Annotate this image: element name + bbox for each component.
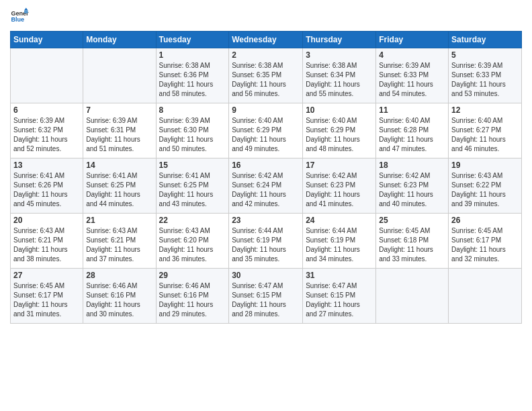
day-info: Sunrise: 6:38 AM Sunset: 6:34 PM Dayligh…	[306, 61, 373, 99]
day-cell: 8Sunrise: 6:39 AM Sunset: 6:30 PM Daylig…	[156, 103, 229, 158]
day-cell: 29Sunrise: 6:46 AM Sunset: 6:16 PM Dayli…	[156, 269, 229, 324]
day-info: Sunrise: 6:45 AM Sunset: 6:17 PM Dayligh…	[451, 226, 519, 264]
day-cell: 19Sunrise: 6:43 AM Sunset: 6:22 PM Dayli…	[449, 158, 522, 214]
day-info: Sunrise: 6:43 AM Sunset: 6:21 PM Dayligh…	[13, 226, 80, 264]
day-cell	[11, 48, 83, 103]
weekday-header-monday: Monday	[83, 32, 156, 48]
day-number: 26	[451, 216, 519, 225]
day-cell: 30Sunrise: 6:47 AM Sunset: 6:15 PM Dayli…	[229, 269, 303, 324]
calendar-table: SundayMondayTuesdayWednesdayThursdayFrid…	[10, 31, 522, 324]
day-number: 2	[232, 50, 300, 60]
day-info: Sunrise: 6:43 AM Sunset: 6:21 PM Dayligh…	[86, 226, 152, 264]
day-cell: 24Sunrise: 6:44 AM Sunset: 6:19 PM Dayli…	[303, 214, 376, 269]
day-info: Sunrise: 6:41 AM Sunset: 6:25 PM Dayligh…	[86, 171, 152, 209]
week-row-2: 6Sunrise: 6:39 AM Sunset: 6:32 PM Daylig…	[11, 103, 522, 158]
logo: General Blue	[10, 7, 29, 26]
day-number: 18	[379, 161, 445, 170]
day-cell: 26Sunrise: 6:45 AM Sunset: 6:17 PM Dayli…	[449, 214, 522, 269]
day-number: 12	[451, 105, 519, 115]
day-info: Sunrise: 6:40 AM Sunset: 6:29 PM Dayligh…	[232, 116, 300, 154]
day-info: Sunrise: 6:44 AM Sunset: 6:19 PM Dayligh…	[232, 226, 300, 264]
day-number: 30	[232, 271, 300, 280]
day-cell: 23Sunrise: 6:44 AM Sunset: 6:19 PM Dayli…	[229, 214, 303, 269]
day-info: Sunrise: 6:42 AM Sunset: 6:24 PM Dayligh…	[232, 171, 300, 209]
day-number: 24	[306, 216, 373, 225]
day-info: Sunrise: 6:45 AM Sunset: 6:17 PM Dayligh…	[13, 281, 80, 319]
day-cell: 7Sunrise: 6:39 AM Sunset: 6:31 PM Daylig…	[83, 103, 156, 158]
day-cell: 28Sunrise: 6:46 AM Sunset: 6:16 PM Dayli…	[83, 269, 156, 324]
day-info: Sunrise: 6:39 AM Sunset: 6:30 PM Dayligh…	[159, 116, 226, 154]
day-info: Sunrise: 6:41 AM Sunset: 6:26 PM Dayligh…	[13, 171, 80, 209]
svg-marker-2	[24, 7, 28, 10]
day-cell: 10Sunrise: 6:40 AM Sunset: 6:29 PM Dayli…	[303, 103, 376, 158]
day-info: Sunrise: 6:43 AM Sunset: 6:22 PM Dayligh…	[451, 171, 519, 209]
day-cell: 14Sunrise: 6:41 AM Sunset: 6:25 PM Dayli…	[83, 158, 156, 214]
week-row-5: 27Sunrise: 6:45 AM Sunset: 6:17 PM Dayli…	[11, 269, 522, 324]
day-number: 4	[379, 50, 445, 60]
day-cell: 12Sunrise: 6:40 AM Sunset: 6:27 PM Dayli…	[449, 103, 522, 158]
day-cell: 4Sunrise: 6:39 AM Sunset: 6:33 PM Daylig…	[376, 48, 449, 103]
day-info: Sunrise: 6:38 AM Sunset: 6:36 PM Dayligh…	[159, 61, 226, 99]
week-row-3: 13Sunrise: 6:41 AM Sunset: 6:26 PM Dayli…	[11, 158, 522, 214]
day-info: Sunrise: 6:39 AM Sunset: 6:32 PM Dayligh…	[13, 116, 80, 154]
day-number: 21	[86, 216, 152, 225]
day-cell: 25Sunrise: 6:45 AM Sunset: 6:18 PM Dayli…	[376, 214, 449, 269]
day-info: Sunrise: 6:41 AM Sunset: 6:25 PM Dayligh…	[159, 171, 226, 209]
day-cell: 1Sunrise: 6:38 AM Sunset: 6:36 PM Daylig…	[156, 48, 229, 103]
day-cell: 5Sunrise: 6:39 AM Sunset: 6:33 PM Daylig…	[449, 48, 522, 103]
weekday-header-tuesday: Tuesday	[156, 32, 229, 48]
day-number: 17	[306, 161, 373, 170]
day-number: 5	[451, 50, 519, 60]
day-cell: 31Sunrise: 6:47 AM Sunset: 6:15 PM Dayli…	[303, 269, 376, 324]
day-number: 9	[232, 105, 300, 115]
day-info: Sunrise: 6:43 AM Sunset: 6:20 PM Dayligh…	[159, 226, 226, 264]
day-number: 3	[306, 50, 373, 60]
day-info: Sunrise: 6:46 AM Sunset: 6:16 PM Dayligh…	[159, 281, 226, 319]
day-cell: 22Sunrise: 6:43 AM Sunset: 6:20 PM Dayli…	[156, 214, 229, 269]
day-number: 31	[306, 271, 373, 280]
day-number: 20	[13, 216, 80, 225]
weekday-header-saturday: Saturday	[449, 32, 522, 48]
day-info: Sunrise: 6:42 AM Sunset: 6:23 PM Dayligh…	[379, 171, 445, 209]
day-cell: 17Sunrise: 6:42 AM Sunset: 6:23 PM Dayli…	[303, 158, 376, 214]
day-number: 28	[86, 271, 152, 280]
weekday-header-thursday: Thursday	[303, 32, 376, 48]
day-number: 6	[13, 105, 80, 115]
day-info: Sunrise: 6:39 AM Sunset: 6:33 PM Dayligh…	[379, 61, 445, 99]
day-info: Sunrise: 6:47 AM Sunset: 6:15 PM Dayligh…	[306, 281, 373, 319]
calendar-page: General Blue SundayMondayTuesdayWednesda…	[0, 0, 532, 411]
day-number: 8	[159, 105, 226, 115]
day-number: 25	[379, 216, 445, 225]
day-number: 23	[232, 216, 300, 225]
day-number: 22	[159, 216, 226, 225]
day-info: Sunrise: 6:40 AM Sunset: 6:29 PM Dayligh…	[306, 116, 373, 154]
week-row-1: 1Sunrise: 6:38 AM Sunset: 6:36 PM Daylig…	[11, 48, 522, 103]
day-cell: 13Sunrise: 6:41 AM Sunset: 6:26 PM Dayli…	[11, 158, 83, 214]
day-info: Sunrise: 6:39 AM Sunset: 6:31 PM Dayligh…	[86, 116, 152, 154]
weekday-header-sunday: Sunday	[11, 32, 83, 48]
header: General Blue	[10, 7, 522, 26]
weekday-header-wednesday: Wednesday	[229, 32, 303, 48]
day-cell: 21Sunrise: 6:43 AM Sunset: 6:21 PM Dayli…	[83, 214, 156, 269]
day-info: Sunrise: 6:38 AM Sunset: 6:35 PM Dayligh…	[232, 61, 300, 99]
week-row-4: 20Sunrise: 6:43 AM Sunset: 6:21 PM Dayli…	[11, 214, 522, 269]
day-info: Sunrise: 6:47 AM Sunset: 6:15 PM Dayligh…	[232, 281, 300, 319]
day-cell: 20Sunrise: 6:43 AM Sunset: 6:21 PM Dayli…	[11, 214, 83, 269]
day-number: 27	[13, 271, 80, 280]
day-number: 11	[379, 105, 445, 115]
day-number: 29	[159, 271, 226, 280]
day-number: 14	[86, 161, 152, 170]
day-cell: 3Sunrise: 6:38 AM Sunset: 6:34 PM Daylig…	[303, 48, 376, 103]
day-cell: 11Sunrise: 6:40 AM Sunset: 6:28 PM Dayli…	[376, 103, 449, 158]
day-number: 10	[306, 105, 373, 115]
day-cell: 6Sunrise: 6:39 AM Sunset: 6:32 PM Daylig…	[11, 103, 83, 158]
day-info: Sunrise: 6:42 AM Sunset: 6:23 PM Dayligh…	[306, 171, 373, 209]
svg-text:Blue: Blue	[11, 16, 24, 23]
day-cell: 16Sunrise: 6:42 AM Sunset: 6:24 PM Dayli…	[229, 158, 303, 214]
day-info: Sunrise: 6:44 AM Sunset: 6:19 PM Dayligh…	[306, 226, 373, 264]
day-number: 19	[451, 161, 519, 170]
day-info: Sunrise: 6:40 AM Sunset: 6:28 PM Dayligh…	[379, 116, 445, 154]
day-number: 7	[86, 105, 152, 115]
day-cell: 15Sunrise: 6:41 AM Sunset: 6:25 PM Dayli…	[156, 158, 229, 214]
day-number: 1	[159, 50, 226, 60]
